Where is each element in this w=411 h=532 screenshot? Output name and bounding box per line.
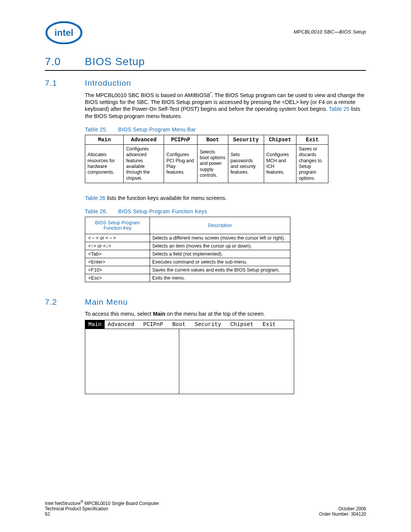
- page-number: 62: [45, 511, 50, 517]
- paragraph-text: lists the function keys available for me…: [105, 195, 227, 201]
- page: intel ® MPCBL0010 SBC—BIOS Setup 7.0 BIO…: [0, 0, 411, 532]
- col-header: BIOS Setup Program Function Key: [85, 217, 150, 234]
- col-header: PCIPnP: [164, 135, 198, 144]
- paragraph-text: The MPCBL0010 SBC BIOS is based on AMIBI…: [85, 92, 210, 98]
- caption-number: Table 25.: [85, 126, 108, 133]
- tab-boot: Boot: [169, 320, 192, 329]
- table-26: BIOS Setup Program Function Key Descript…: [85, 217, 290, 282]
- table-26-caption: Table 26.BIOS Setup Program Function Key…: [85, 208, 366, 214]
- col-header: Exit: [296, 135, 328, 144]
- page-header: intel ® MPCBL0010 SBC—BIOS Setup: [45, 19, 366, 44]
- table-row: <←> or <→>Selects a different menu scree…: [85, 234, 290, 242]
- cell: Allocates resources for hardware compone…: [85, 144, 124, 183]
- svg-text:®: ®: [78, 25, 80, 29]
- table-row: <Enter>Executes command or selects the s…: [85, 258, 290, 266]
- tab-advanced: Advanced: [105, 320, 140, 329]
- section-7-heading: 7.0 BIOS Setup: [45, 56, 366, 68]
- table-25-caption: Table 25.BIOS Setup Program Menu Bar: [85, 126, 366, 133]
- caption-title: BIOS Setup Program Menu Bar: [118, 126, 196, 133]
- cell: Configures MCH and ICH features.: [264, 144, 296, 183]
- section-7-1-heading: 7.1 Introduction: [45, 78, 366, 88]
- subsection-title: Main Menu: [85, 297, 128, 307]
- bios-menu-screenshot: Main Advanced PCIPnP Boot Security Chips…: [85, 320, 294, 394]
- footer-date: October 2006: [338, 506, 366, 511]
- cross-reference: Table 25: [329, 106, 349, 112]
- emphasis: Main: [153, 311, 166, 317]
- intro-paragraph: The MPCBL0010 SBC BIOS is based on AMIBI…: [85, 91, 366, 120]
- tab-pcipnp: PCIPnP: [140, 320, 169, 329]
- footer-subtitle: Technical Product Specification: [45, 506, 108, 511]
- section-title: BIOS Setup: [85, 56, 145, 68]
- subsection-number: 7.2: [45, 297, 85, 307]
- footer-left: Intel NetStructure® MPCBL0010 Single Boa…: [45, 500, 366, 517]
- bios-menu-left-pane: [85, 329, 179, 394]
- svg-text:intel: intel: [54, 27, 73, 38]
- tab-exit: Exit: [260, 320, 282, 329]
- page-footer: Intel NetStructure® MPCBL0010 Single Boa…: [45, 500, 366, 517]
- cell: Selects boot options and power supply co…: [198, 144, 228, 183]
- tab-chipset: Chipset: [227, 320, 260, 329]
- subsection-title: Introduction: [85, 78, 131, 88]
- col-header: Boot: [198, 135, 228, 144]
- col-header: Chipset: [264, 135, 296, 144]
- col-header: Description: [150, 217, 290, 234]
- cell: <Tab>: [85, 250, 150, 258]
- cell: <↑> or <↓>: [85, 242, 150, 250]
- col-header: Security: [228, 135, 264, 144]
- table-row: <Esc>Exits the menu.: [85, 274, 290, 282]
- paragraph-text: To access this menu, select: [85, 311, 153, 317]
- col-header: Advanced: [124, 135, 164, 144]
- cell: Configures advanced features available t…: [124, 144, 164, 183]
- table-row: <↑> or <↓>Selects an item (moves the cur…: [85, 242, 290, 250]
- between-paragraph: Table 26 lists the function keys availab…: [85, 195, 366, 201]
- tab-security: Security: [191, 320, 227, 329]
- section-7-2-heading: 7.2 Main Menu: [45, 297, 366, 307]
- cross-reference: Table 26: [85, 195, 105, 201]
- table-row: Allocates resources for hardware compone…: [85, 144, 328, 183]
- paragraph-text: on the menu bar at the top of the screen…: [165, 311, 265, 317]
- footer-order-number: Order Number: 304120: [319, 511, 366, 517]
- registered-mark: ®: [80, 500, 83, 504]
- table-row: <F10>Saves the current values and exits …: [85, 266, 290, 274]
- col-header: Main: [85, 135, 124, 144]
- bios-menu-body: [85, 329, 294, 394]
- caption-number: Table 26.: [85, 208, 108, 214]
- table-row: <Tab>Selects a field (not implemented).: [85, 250, 290, 258]
- footer-product: Intel NetStructure: [45, 501, 80, 506]
- cell: <←> or <→>: [85, 234, 150, 242]
- header-doc-title: MPCBL0010 SBC—BIOS Setup: [293, 29, 366, 35]
- cell: <Enter>: [85, 258, 150, 266]
- cell: Configures PCI Plug and Play features.: [164, 144, 198, 183]
- table-25: Main Advanced PCIPnP Boot Security Chips…: [85, 135, 328, 183]
- subsection-number: 7.1: [45, 78, 85, 88]
- horizontal-rule: [45, 70, 366, 71]
- tab-main: Main: [85, 320, 105, 329]
- cell: <F10>: [85, 266, 150, 274]
- footer-product: MPCBL0010 Single Board Computer: [83, 501, 159, 506]
- cell: Selects an item (moves the cursor up or …: [150, 242, 290, 250]
- bios-menu-bar: Main Advanced PCIPnP Boot Security Chips…: [85, 320, 294, 329]
- main-menu-paragraph: To access this menu, select Main on the …: [85, 310, 366, 317]
- cell: Saves or discards changes to Setup progr…: [296, 144, 328, 183]
- caption-title: BIOS Setup Program Function Keys: [118, 208, 207, 214]
- section-number: 7.0: [45, 56, 85, 68]
- cell: Selects a field (not implemented).: [150, 250, 290, 258]
- cell: Executes command or selects the sub-menu…: [150, 258, 290, 266]
- cell: Saves the current values and exits the B…: [150, 266, 290, 274]
- cell: Exits the menu.: [150, 274, 290, 282]
- cell: Sets passwords and security features.: [228, 144, 264, 183]
- table-header-row: BIOS Setup Program Function Key Descript…: [85, 217, 290, 234]
- footer-right: October 2006 Order Number: 304120: [319, 506, 366, 517]
- intel-logo: intel ®: [45, 19, 83, 44]
- table-header-row: Main Advanced PCIPnP Boot Security Chips…: [85, 135, 328, 144]
- cell: Selects a different menu screen (moves t…: [150, 234, 290, 242]
- bios-menu-right-pane: [179, 329, 294, 394]
- cell: <Esc>: [85, 274, 150, 282]
